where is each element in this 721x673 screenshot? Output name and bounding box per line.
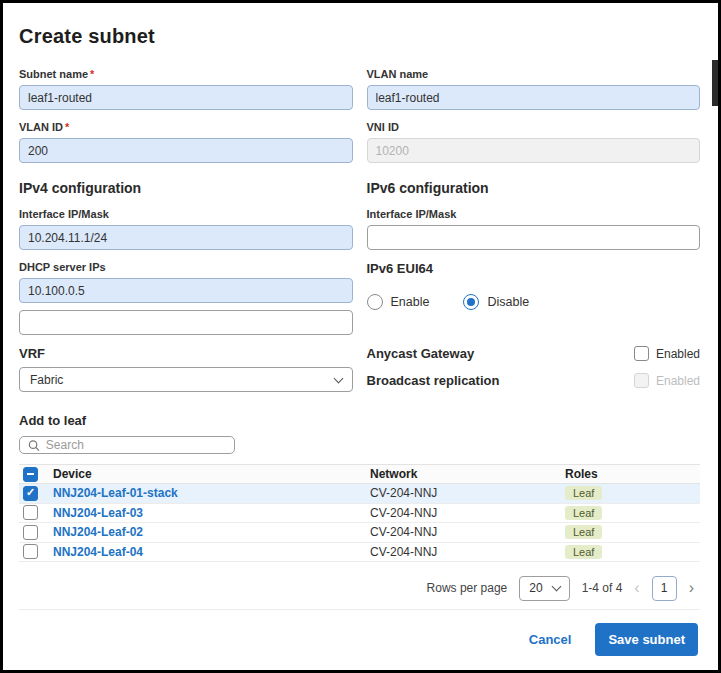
eui64-enable-label: Enable (391, 295, 430, 309)
ipv6-interface-input[interactable] (367, 225, 701, 250)
vlan-name-label: VLAN name (367, 68, 701, 80)
device-link[interactable]: NNJ204-Leaf-04 (53, 545, 143, 559)
select-all-checkbox[interactable] (23, 467, 38, 482)
table-row[interactable]: NNJ204-Leaf-03 CV-204-NNJ Leaf (19, 504, 700, 523)
vlan-name-field: VLAN name (367, 68, 701, 110)
scrollbar-thumb[interactable] (712, 60, 718, 106)
dialog-title: Create subnet (19, 25, 700, 48)
prev-page-icon[interactable]: ‹ (634, 580, 639, 596)
vrf-field: VRF Fabric (19, 346, 353, 400)
add-to-leaf-header: Add to leaf (19, 413, 700, 428)
ipv4-section-header: IPv4 configuration (19, 180, 353, 196)
network-cell: CV-204-NNJ (370, 525, 565, 539)
device-link[interactable]: NNJ204-Leaf-01-stack (53, 486, 178, 500)
current-page-button[interactable]: 1 (652, 576, 677, 601)
radio-unselected-icon[interactable] (367, 294, 383, 310)
vrf-select[interactable]: Fabric (19, 367, 353, 392)
select-all-cell (19, 467, 53, 482)
chevron-down-icon (333, 373, 343, 383)
device-link[interactable]: NNJ204-Leaf-02 (53, 525, 143, 539)
required-marker: * (65, 121, 69, 133)
role-badge: Leaf (565, 486, 602, 500)
cancel-button[interactable]: Cancel (529, 632, 572, 647)
pagination: Rows per page 20 1-4 of 4 ‹ 1 › (19, 576, 694, 601)
eui64-radio-group: Enable Disable (367, 294, 701, 310)
broadcast-label: Broadcast replication (367, 373, 500, 388)
table-row[interactable]: NNJ204-Leaf-01-stack CV-204-NNJ Leaf (19, 484, 700, 503)
ipv4-interface-label: Interface IP/Mask (19, 208, 353, 220)
eui64-field: IPv6 EUI64 Enable Disable (367, 261, 701, 335)
role-badge: Leaf (565, 545, 602, 559)
dhcp-field: DHCP server IPs (19, 261, 353, 335)
broadcast-checkbox-label: Enabled (656, 374, 700, 388)
anycast-label: Anycast Gateway (367, 346, 475, 361)
device-column-header: Device (53, 467, 370, 481)
roles-column-header: Roles (565, 467, 700, 481)
broadcast-row: Broadcast replication Enabled (367, 373, 701, 388)
vlan-id-input[interactable] (19, 138, 353, 163)
network-cell: CV-204-NNJ (370, 545, 565, 559)
row-checkbox[interactable] (23, 525, 38, 540)
eui64-label: IPv6 EUI64 (367, 261, 701, 276)
subnet-name-field: Subnet name* (19, 68, 353, 110)
create-subnet-dialog: Create subnet Subnet name* VLAN name VLA… (3, 3, 718, 670)
eui64-enable-option[interactable]: Enable (367, 294, 430, 310)
row-checkbox[interactable] (23, 505, 38, 520)
form-grid-top: Subnet name* VLAN name VLAN ID* VNI ID (19, 68, 700, 174)
eui64-disable-option[interactable]: Disable (463, 294, 529, 310)
broadcast-checkbox-group: Enabled (634, 373, 700, 388)
anycast-checkbox-label: Enabled (656, 347, 700, 361)
ipv6-interface-label: Interface IP/Mask (367, 208, 701, 220)
role-badge: Leaf (565, 506, 602, 520)
row-checkbox[interactable] (23, 486, 38, 501)
vlan-id-label: VLAN ID* (19, 121, 353, 133)
table-header: Device Network Roles (19, 464, 700, 484)
pagination-range: 1-4 of 4 (582, 581, 623, 595)
vni-id-input (367, 138, 701, 163)
table-row[interactable]: NNJ204-Leaf-02 CV-204-NNJ Leaf (19, 523, 700, 542)
dhcp-input-2[interactable] (19, 310, 353, 335)
ipv6-section-header: IPv6 configuration (367, 180, 701, 196)
chevron-down-icon (551, 582, 561, 592)
form-grid-ip: IPv4 configuration IPv6 configuration In… (19, 174, 700, 411)
vlan-name-input[interactable] (367, 85, 701, 110)
rows-per-page-value: 20 (529, 581, 542, 595)
vni-id-field: VNI ID (367, 121, 701, 163)
subnet-name-label: Subnet name* (19, 68, 353, 80)
vrf-label: VRF (19, 346, 353, 361)
required-marker: * (90, 68, 94, 80)
eui64-disable-label: Disable (487, 295, 529, 309)
vni-id-label: VNI ID (367, 121, 701, 133)
next-page-icon[interactable]: › (689, 580, 694, 596)
anycast-row: Anycast Gateway Enabled (367, 346, 701, 361)
rows-per-page-select[interactable]: 20 (519, 576, 569, 601)
save-subnet-button[interactable]: Save subnet (595, 623, 698, 656)
ipv4-interface-input[interactable] (19, 225, 353, 250)
anycast-checkbox[interactable] (634, 346, 649, 361)
dhcp-input-1[interactable] (19, 278, 353, 303)
network-cell: CV-204-NNJ (370, 506, 565, 520)
subnet-name-input[interactable] (19, 85, 353, 110)
ipv4-interface-field: Interface IP/Mask (19, 208, 353, 250)
radio-selected-icon[interactable] (463, 294, 479, 310)
table-row[interactable]: NNJ204-Leaf-04 CV-204-NNJ Leaf (19, 543, 700, 562)
search-icon (28, 439, 40, 452)
anycast-checkbox-group: Enabled (634, 346, 700, 361)
ipv6-interface-field: Interface IP/Mask (367, 208, 701, 250)
broadcast-checkbox (634, 373, 649, 388)
device-link[interactable]: NNJ204-Leaf-03 (53, 506, 143, 520)
role-badge: Leaf (565, 525, 602, 539)
vrf-selected-value: Fabric (30, 373, 63, 387)
gateway-toggles: Anycast Gateway Enabled Broadcast replic… (367, 346, 701, 400)
network-column-header: Network (370, 467, 565, 481)
search-input[interactable] (46, 438, 226, 452)
network-cell: CV-204-NNJ (370, 486, 565, 500)
row-checkbox[interactable] (23, 544, 38, 559)
dhcp-label: DHCP server IPs (19, 261, 353, 273)
search-box[interactable] (19, 436, 235, 454)
vlan-id-field: VLAN ID* (19, 121, 353, 163)
rows-per-page-label: Rows per page (427, 581, 508, 595)
dialog-footer: Cancel Save subnet (19, 609, 700, 670)
